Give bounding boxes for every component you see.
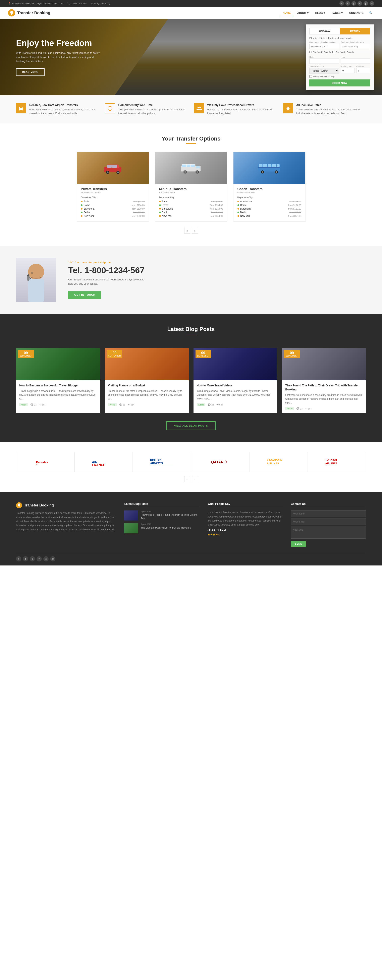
footer-contact-title: Contact Us [291, 502, 366, 507]
clock-icon [107, 106, 113, 111]
blog-comments-4: 💬 23 [296, 407, 302, 410]
contact-message-input[interactable] [291, 527, 366, 539]
blog-section-underline [186, 334, 196, 334]
airlines-nav: ‹ › [16, 476, 366, 482]
feature-desc-airport: Book a private door-to-door taxi, miniva… [29, 108, 99, 115]
book-now-button[interactable]: BOOK NOW [309, 80, 370, 86]
contact-name-input[interactable] [291, 511, 366, 517]
minibus-price-berlin: Berlin from $99.00 [159, 211, 223, 214]
transfer-next-button[interactable]: › [192, 228, 198, 234]
to-nearby-checkbox[interactable] [333, 51, 335, 53]
children-input[interactable] [356, 68, 370, 73]
main-nav: HOME ABOUT ▾ BLOG ▾ PAGES ▾ CONTACTS 🔍 [280, 10, 374, 16]
van-vehicle-icon [179, 161, 203, 175]
coach-price-newyork: New York from $350.00 [237, 215, 301, 217]
facebook-icon[interactable]: f [339, 1, 344, 6]
pinterest-icon[interactable]: p [352, 1, 356, 6]
date-input[interactable] [309, 59, 339, 64]
svg-rect-15 [191, 165, 195, 167]
to-input[interactable] [341, 44, 370, 49]
footer-pinterest-icon[interactable]: p [30, 556, 35, 562]
private-card-title: Private Transfers [81, 187, 145, 191]
to-nearby-label: Add Nearby Airports [336, 51, 354, 53]
blog-tag-2: Article [108, 403, 117, 406]
nav-contacts[interactable]: CONTACTS [347, 10, 366, 16]
support-phone: Tel. 1-800-1234-567 [68, 266, 366, 275]
car-vehicle-icon [101, 161, 125, 175]
blog-date-1: 09 September [18, 350, 34, 358]
footer-vimeo-icon[interactable]: v [37, 556, 42, 562]
footer-post-image-2 [124, 523, 138, 533]
hero-cta-button[interactable]: READ MORE [16, 68, 45, 76]
svg-point-19 [196, 171, 198, 173]
adults-input[interactable] [341, 68, 355, 73]
send-button[interactable]: SEND [291, 541, 306, 547]
footer-testimonial-title: What People Say [208, 502, 283, 507]
minibus-card-sub: Affordable Price [159, 191, 223, 194]
blog-desc-3: Introducing our new Travel Video Course,… [197, 389, 274, 401]
blog-body-1: How to Become a Successful Travel Blogge… [16, 380, 100, 409]
feature-drivers: We Only Have Professional Drivers Have p… [194, 103, 277, 115]
linkedin-icon[interactable]: in [369, 1, 374, 6]
oneway-tab[interactable]: ONE-WAY [309, 28, 340, 35]
nav-about[interactable]: ABOUT ▾ [294, 10, 312, 16]
private-card-sub: Professional Drivers [81, 191, 145, 194]
airline-turkish: TURKISH AIRLINES [308, 452, 366, 472]
svg-point-30 [275, 171, 277, 173]
footer-twitter-icon[interactable]: t [23, 556, 28, 562]
from-time-input[interactable] [341, 59, 370, 64]
view-all-blog-button[interactable]: VIEW ALL BLOG POSTS [166, 422, 216, 430]
nav-blog[interactable]: BLOG ▾ [312, 10, 328, 16]
top-bar-social: f t p v g in [339, 1, 374, 6]
feature-icon-clock [105, 103, 115, 113]
transfer-options-select[interactable]: Private Transfer [309, 68, 339, 74]
phone-icon: 📞 [67, 2, 70, 5]
return-tab[interactable]: RETURN [340, 28, 370, 35]
airlines-prev-button[interactable]: ‹ [184, 476, 190, 482]
svg-point-28 [261, 171, 263, 173]
price-row-berlin: Berlin from $99.00 [81, 211, 145, 214]
find-address-checkbox[interactable] [309, 75, 312, 78]
svg-rect-25 [272, 164, 276, 167]
coach-card-body: Coach Transfers Universal Service Depart… [234, 184, 305, 221]
coach-price-rome: Rome from $134.00 [237, 204, 301, 207]
footer-post-title-2[interactable]: The Ultimate Packing List for Female Tra… [141, 526, 191, 530]
from-nearby-checkbox[interactable] [309, 51, 312, 53]
contact-email-input[interactable] [291, 519, 366, 525]
twitter-icon[interactable]: t [345, 1, 350, 6]
get-in-touch-button[interactable]: GET IN TOUCH [68, 291, 101, 299]
footer-post-date-2: Apr 6, 2016 [141, 523, 191, 525]
footer-post-title-1[interactable]: How these 5 People Found The Path to The… [141, 513, 199, 520]
transfer-prev-button[interactable]: ‹ [184, 228, 190, 234]
svg-text:✈: ✈ [36, 464, 38, 466]
svg-rect-14 [186, 165, 190, 167]
footer-rss-icon[interactable]: ⊕ [50, 556, 56, 562]
support-person-avatar [16, 258, 56, 302]
emirates-logo-svg: Emirates ✈ [35, 458, 55, 466]
nav-pages[interactable]: PAGES ▾ [329, 10, 345, 16]
blog-card-1: 09 September How to Become a Successful … [16, 348, 100, 413]
transfer-cards: Private Transfers Professional Drivers D… [16, 152, 366, 222]
footer-facebook-icon[interactable]: f [16, 556, 21, 562]
minibus-price-rome: Rome from $134.00 [159, 204, 223, 207]
search-icon[interactable]: 🔍 [367, 10, 374, 16]
googleplus-icon[interactable]: g [363, 1, 368, 6]
blog-tag-1: Article [19, 403, 28, 406]
blog-image-4: 09 September [282, 348, 366, 380]
vimeo-icon[interactable]: v [358, 1, 362, 6]
footer-testimonial: What People Say I must tell you how impr… [208, 502, 283, 547]
address-info: 📍 2130 Fulton Street, San Diego, CA 9411… [8, 2, 63, 5]
feature-desc-rates: There are never any hidden fees with us.… [296, 108, 366, 115]
svg-point-32 [28, 264, 44, 280]
airlines-next-button[interactable]: › [192, 476, 198, 482]
feature-icon-user [194, 103, 204, 113]
nav-home[interactable]: HOME [280, 10, 293, 16]
blog-date-3: 09 September [196, 350, 211, 358]
footer-googleplus-icon[interactable]: g [43, 556, 49, 562]
from-input[interactable] [309, 44, 339, 49]
british-logo-svg: BRITISH AIRWAYS [150, 457, 174, 467]
airline-qatar: QATAR ✈ [191, 452, 250, 472]
feature-text-waittime: Complimentary Wait Time Take your time a… [118, 103, 188, 115]
blog-image-1: 09 September [16, 348, 100, 380]
footer-post-date-1: Apr 6, 2016 [141, 511, 199, 513]
